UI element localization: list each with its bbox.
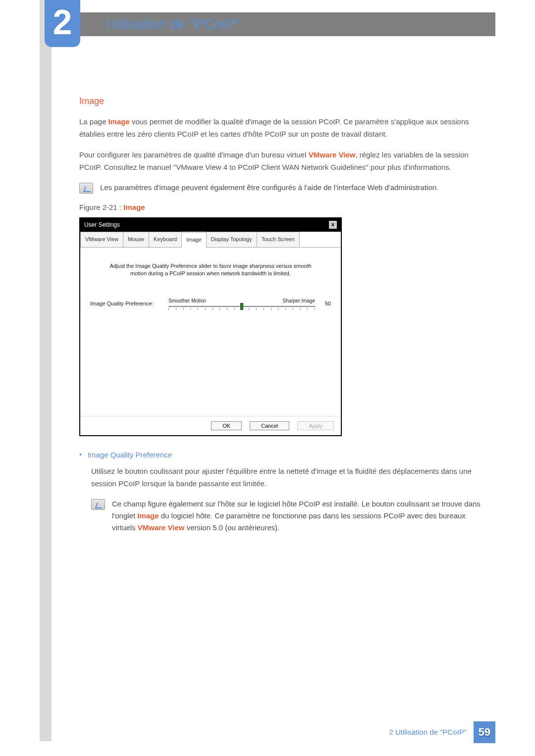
- slider-row: Image Quality Preference: Smoother Motio…: [90, 297, 331, 310]
- bullet-title: Image Quality Preference: [88, 449, 172, 461]
- tab-touch-screen[interactable]: Touch Screen: [257, 232, 300, 247]
- bullet-item: • Image Quality Preference: [79, 449, 490, 461]
- paragraph-2: Pour configurer les paramètres de qualit…: [79, 149, 490, 174]
- note-text: Les paramètres d'image peuvent également…: [100, 182, 438, 194]
- slider-left-label: Smoother Motion: [168, 297, 206, 305]
- slider[interactable]: Smoother Motion Sharper image: [168, 297, 315, 310]
- figure-name: Image: [123, 203, 145, 211]
- tab-image[interactable]: Image: [181, 232, 207, 248]
- cancel-button[interactable]: Cancel: [250, 421, 289, 430]
- keyword-vmware-view: VMware View: [138, 523, 185, 532]
- tab-keyboard[interactable]: Keyboard: [149, 232, 182, 247]
- slider-track[interactable]: [168, 306, 315, 307]
- page-number: 59: [474, 721, 495, 743]
- note-1: Les paramètres d'image peuvent également…: [79, 182, 490, 194]
- footer-text: 2 Utilisation de "PCoIP": [389, 726, 467, 738]
- tab-display-topology[interactable]: Display Topology: [206, 232, 257, 247]
- left-stripe: [40, 0, 52, 741]
- figure-caption: Figure 2-21 : Image: [79, 202, 490, 213]
- slider-value: 50: [319, 300, 331, 308]
- dialog-title: User Settings: [84, 220, 120, 230]
- bullet-dot-icon: •: [79, 449, 82, 461]
- dialog-instruction: Adjust the Image Quality Preference slid…: [90, 262, 331, 278]
- ok-button[interactable]: OK: [211, 421, 242, 430]
- slider-right-label: Sharper image: [282, 297, 315, 305]
- chapter-title: Utilisation de "PCoIP": [106, 13, 239, 36]
- text: La page: [79, 117, 108, 126]
- dialog-buttons: OK Cancel Apply: [80, 416, 341, 435]
- apply-button: Apply: [297, 421, 334, 430]
- text: vous permet de modifier la qualité d'ima…: [79, 117, 469, 139]
- keyword-image: Image: [137, 511, 159, 520]
- footer: 2 Utilisation de "PCoIP" 59: [389, 721, 495, 743]
- keyword-image: Image: [108, 117, 129, 126]
- chapter-number: 2: [53, 5, 72, 40]
- text: Pour configurer les paramètres de qualit…: [79, 151, 309, 159]
- slider-thumb[interactable]: [240, 303, 243, 310]
- text: version 5.0 (ou antérieures).: [184, 523, 279, 532]
- header-bar: Utilisation de "PCoIP": [52, 12, 495, 36]
- keyword-vmware-view: VMware View: [309, 151, 356, 159]
- dialog-titlebar: User Settings ×: [80, 218, 341, 232]
- paragraph-1: La page Image vous permet de modifier la…: [79, 115, 490, 141]
- dialog-body: Adjust the Image Quality Preference slid…: [80, 248, 341, 416]
- text: Figure 2-21 :: [79, 203, 123, 211]
- bullet-body: Utilisez le bouton coulissant pour ajust…: [91, 465, 490, 490]
- tab-mouse[interactable]: Mouse: [123, 232, 149, 247]
- close-icon[interactable]: ×: [329, 221, 337, 229]
- tab-vmware-view[interactable]: VMware View: [80, 232, 123, 247]
- note-icon: [79, 183, 93, 194]
- dialog-tabs: VMware View Mouse Keyboard Image Display…: [80, 232, 341, 248]
- slider-label: Image Quality Preference:: [90, 300, 164, 308]
- chapter-badge: 2: [45, 0, 80, 47]
- bullet-note-text: Ce champ figure également sur l'hôte sur…: [112, 498, 490, 534]
- bullet-note: Ce champ figure également sur l'hôte sur…: [91, 498, 490, 534]
- user-settings-dialog: User Settings × VMware View Mouse Keyboa…: [79, 217, 342, 436]
- note-icon: [91, 499, 105, 510]
- section-heading: Image: [79, 94, 490, 108]
